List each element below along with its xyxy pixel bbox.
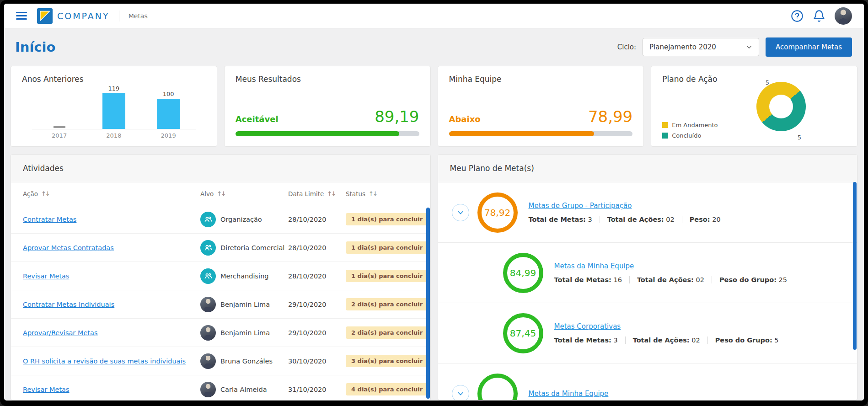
- status-badge: 1 dia(s) para concluir: [346, 213, 428, 225]
- chevron-down-icon: [745, 43, 753, 51]
- target-name: Bruna Gonzáles: [220, 358, 273, 365]
- goal-detail: Total de Metas: 16: [554, 276, 622, 283]
- help-icon[interactable]: [791, 10, 804, 22]
- goal-score-ring: 84,99: [503, 253, 543, 293]
- expand-chevron-button[interactable]: [452, 385, 469, 401]
- target-cell: Carla Almeida: [200, 382, 288, 397]
- goal-detail: Total de Metas: 3: [529, 216, 592, 223]
- goal-details: Total de Metas: 16Total de Ações: 02Peso…: [554, 276, 788, 283]
- target-name: Benjamin Lima: [220, 301, 270, 308]
- menu-icon[interactable]: [16, 12, 27, 20]
- bell-icon[interactable]: [813, 10, 825, 22]
- donut-legend: Em Andamento Concluído: [662, 122, 718, 139]
- card-title: Anos Anteriores: [22, 75, 206, 84]
- target-name: Carla Almeida: [220, 386, 267, 393]
- topbar-divider: [119, 11, 119, 21]
- status-badge: 3 dia(s) para concluir: [346, 355, 428, 367]
- bar: [157, 99, 180, 129]
- screen-frame: COMPANY Metas Início Ciclo: Pl: [0, 0, 868, 406]
- table-row: Revisar Metas Carla Almeida 31/10/2020 4…: [11, 375, 430, 400]
- column-header-alvo[interactable]: Alvo↑↓: [200, 190, 288, 198]
- target-cell: Merchandising: [200, 268, 288, 284]
- donut-value-in-progress: 5: [766, 79, 769, 86]
- goal-plan-link[interactable]: Metas de Grupo - Participação: [529, 202, 632, 210]
- goal-details: Total de Metas: 3Total de Ações: 02Peso …: [554, 337, 779, 344]
- my-results-progress-fill: [236, 131, 399, 136]
- activities-scrollbar[interactable]: [426, 208, 430, 399]
- goal-plan-link[interactable]: Metas Corporativas: [554, 322, 621, 331]
- goal-plan-title: Meu Plano de Meta(s): [438, 155, 857, 182]
- sort-icon: ↑↓: [369, 190, 377, 197]
- cycle-label: Ciclo:: [617, 43, 636, 51]
- target-cell: Bruna Gonzáles: [200, 353, 288, 369]
- activity-link[interactable]: Aprovar Metas Contratadas: [23, 244, 200, 251]
- no-data-dash: [54, 126, 65, 128]
- goal-detail: Total de Ações: 02: [600, 216, 675, 223]
- table-row: Revisar Metas Merchandising 28/10/2020 1…: [11, 262, 430, 290]
- activity-link[interactable]: Contratar Metas Individuais: [23, 301, 200, 308]
- activity-link[interactable]: O RH solicita a revisão de suas metas in…: [23, 358, 200, 365]
- status-badge: 2 dia(s) para concluir: [346, 326, 428, 339]
- goal-score-ring: 78,92: [477, 192, 518, 233]
- expand-chevron-button[interactable]: [452, 204, 469, 221]
- column-header-status[interactable]: Status↑↓: [346, 190, 422, 198]
- goal-score: 84,99: [510, 267, 536, 278]
- goal-plan-item: Metas da Minha Equipe: [438, 363, 857, 400]
- goal-plan-item: 87,45 Metas Corporativas Total de Metas:…: [438, 303, 857, 363]
- activities-title: Atividades: [11, 155, 430, 182]
- target-name: Merchandising: [220, 272, 269, 280]
- status-badge: 1 dia(s) para concluir: [346, 270, 428, 282]
- user-avatar[interactable]: [835, 7, 852, 25]
- my-results-card: Meus Resultados Aceitável 89,19: [224, 66, 431, 147]
- bar-category-label: 2019: [141, 132, 196, 139]
- topbar: COMPANY Metas: [4, 4, 864, 28]
- goal-score-ring: [477, 374, 518, 401]
- cycle-select[interactable]: Planejamento 2020: [643, 38, 759, 56]
- bar-categories: 201720182019: [32, 129, 196, 139]
- page-title: Início: [15, 39, 55, 55]
- app-window: COMPANY Metas Início Ciclo: Pl: [4, 4, 864, 401]
- table-row: Contratar Metas Individuais Benjamin Lim…: [11, 290, 430, 319]
- my-team-card: Minha Equipe Abaixo 78,99: [438, 66, 644, 147]
- activity-link[interactable]: Revisar Metas: [23, 272, 200, 280]
- result-value: 89,19: [375, 107, 419, 126]
- goal-detail: Peso do Grupo: 5: [707, 337, 779, 344]
- goal-score-ring: 87,45: [503, 313, 543, 353]
- group-avatar-icon: [200, 268, 216, 284]
- action-plan-donut: [756, 82, 806, 131]
- goal-score: 78,92: [484, 207, 510, 218]
- activity-link[interactable]: Aprovar/Revisar Metas: [23, 329, 200, 337]
- status-badge: 1 dia(s) para concluir: [346, 241, 428, 254]
- activity-link[interactable]: Revisar Metas: [23, 386, 200, 393]
- status-badge: 4 dia(s) para concluir: [346, 383, 428, 395]
- due-date: 28/10/2020: [288, 272, 346, 280]
- target-cell: Benjamin Lima: [200, 297, 288, 312]
- legend-swatch-icon: [662, 122, 668, 128]
- my-team-progress: [449, 131, 633, 136]
- due-date: 29/10/2020: [288, 301, 346, 308]
- my-team-progress-fill: [449, 131, 594, 136]
- bar-column: 119: [86, 85, 141, 129]
- table-row: Aprovar/Revisar Metas Benjamin Lima 29/1…: [11, 319, 430, 347]
- goal-plan-scrollbar[interactable]: [853, 182, 857, 350]
- my-results-progress: [236, 131, 419, 136]
- group-avatar-icon: [200, 240, 216, 256]
- goal-plan-item: 84,99 Metas da Minha Equipe Total de Met…: [438, 243, 857, 303]
- summary-cards: Anos Anteriores 119100 201720182019 Meus…: [4, 66, 864, 147]
- follow-goals-button[interactable]: Acompanhar Metas: [766, 37, 852, 57]
- column-header-acao[interactable]: Ação↑↓: [23, 190, 200, 198]
- goal-details: Total de Metas: 3Total de Ações: 02Peso:…: [529, 216, 721, 223]
- activities-table-body: Contratar Metas Organização 28/10/2020 1…: [11, 205, 430, 400]
- bar-category-label: 2017: [32, 132, 86, 139]
- goal-plan-link[interactable]: Metas da Minha Equipe: [554, 262, 634, 270]
- column-header-data-limite[interactable]: Data Limite↑↓: [288, 190, 346, 198]
- chevron-down-icon: [456, 208, 465, 217]
- company-logo[interactable]: COMPANY: [37, 8, 110, 24]
- goal-info: Metas Corporativas Total de Metas: 3Tota…: [554, 322, 779, 344]
- card-title: Minha Equipe: [449, 75, 633, 84]
- activity-link[interactable]: Contratar Metas: [23, 216, 200, 223]
- team-value: 78,99: [588, 107, 632, 126]
- due-date: 28/10/2020: [288, 216, 346, 223]
- goal-plan-link[interactable]: Metas da Minha Equipe: [529, 390, 609, 398]
- brand-name: COMPANY: [57, 11, 110, 21]
